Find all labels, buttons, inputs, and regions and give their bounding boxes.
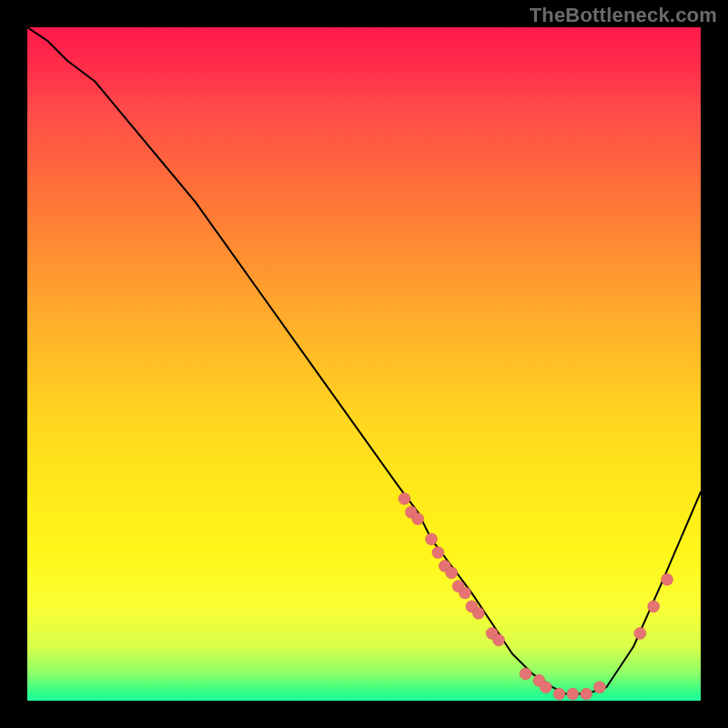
data-points	[399, 493, 673, 701]
plot-area	[27, 27, 701, 701]
watermark-text: TheBottleneck.com	[530, 4, 717, 27]
data-point	[540, 682, 551, 693]
data-point	[472, 607, 484, 619]
data-point	[412, 513, 424, 525]
data-point	[553, 688, 565, 700]
data-point	[567, 688, 579, 700]
data-point	[460, 587, 471, 599]
data-point	[634, 628, 646, 640]
data-point	[662, 573, 673, 585]
chart-svg	[27, 27, 701, 701]
data-point	[581, 688, 592, 700]
data-point	[426, 533, 438, 545]
data-point	[493, 634, 505, 646]
data-point	[648, 601, 660, 612]
data-point	[594, 682, 606, 693]
data-point	[432, 547, 444, 559]
chart-container: TheBottleneck.com	[0, 0, 728, 728]
curve-line	[27, 27, 701, 694]
data-point	[446, 567, 458, 579]
data-point	[520, 668, 531, 680]
data-point	[399, 493, 410, 505]
